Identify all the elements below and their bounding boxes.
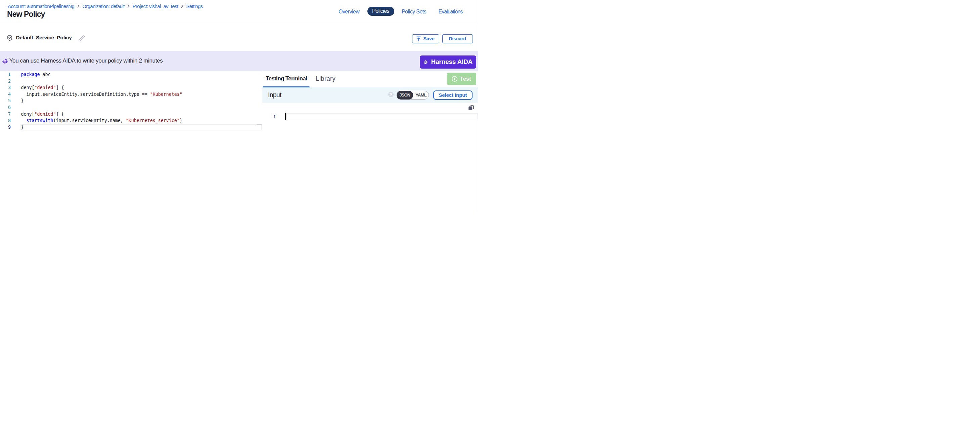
discard-label: Discard [449, 36, 466, 42]
tab-policies[interactable]: Policies [368, 7, 394, 16]
tab-overview[interactable]: Overview [339, 9, 360, 15]
line-number: 2 [0, 78, 11, 85]
policy-toolbar: Default_Service_Policy Save Discard [0, 24, 478, 51]
code-line-8: 8 startswith(input.serviceEntity.name, "… [0, 117, 262, 124]
upload-icon [417, 36, 421, 42]
tab-evaluations[interactable]: Evaluations [439, 9, 463, 15]
module-tabs: Overview Policies Policy Sets Evaluation… [0, 0, 478, 24]
line-number: 8 [0, 117, 11, 124]
aida-flower-icon [2, 58, 8, 66]
app-content: Account: automationPipelinesNg Organizat… [0, 0, 478, 212]
code-text: deny["denied"] { [21, 85, 64, 91]
shield-check-icon [7, 35, 12, 42]
line-number: 1 [0, 71, 11, 78]
banner-message: You can use Harness AIDA to write your p… [10, 58, 163, 64]
line-number: 4 [0, 91, 11, 98]
line-number: 7 [0, 111, 11, 118]
code-line-7: 7deny["denied"] { [0, 111, 262, 118]
line-number: 6 [0, 104, 11, 111]
edit-pencil-icon[interactable] [78, 35, 85, 43]
active-tab-underline [262, 86, 310, 88]
code-text: startswith(input.serviceEntity.name, "Ku… [21, 117, 182, 124]
line-number: 5 [0, 97, 11, 104]
code-text: package abc [21, 71, 51, 78]
policy-name: Default_Service_Policy [16, 34, 72, 42]
code-text: deny["denied"] { [21, 111, 64, 118]
harness-aida-button[interactable]: Harness AIDA [420, 56, 476, 69]
main-split: 1package abc23deny["denied"] {4 input.se… [0, 71, 478, 213]
code-line-1: 1package abc [0, 71, 262, 78]
text-cursor [285, 113, 286, 120]
code-text: } [21, 124, 24, 131]
code-line-2: 2 [0, 78, 262, 85]
aida-flower-icon [423, 59, 428, 65]
code-text: input.serviceEntity.serviceDefinition.ty… [21, 91, 182, 98]
aida-banner: You can use Harness AIDA to write your p… [0, 51, 478, 71]
tab-policy-sets[interactable]: Policy Sets [402, 9, 426, 15]
code-line-4: 4 input.serviceEntity.serviceDefinition.… [0, 91, 262, 98]
code-text: } [21, 97, 24, 104]
current-line-highlight [286, 113, 478, 120]
code-line-6: 6 [0, 104, 262, 111]
discard-button[interactable]: Discard [442, 34, 473, 44]
code-line-5: 5} [0, 97, 262, 104]
save-label: Save [423, 36, 434, 42]
page-header: Account: automationPipelinesNg Organizat… [0, 0, 478, 24]
policy-code-editor[interactable]: 1package abc23deny["denied"] {4 input.se… [0, 71, 262, 213]
save-button[interactable]: Save [412, 34, 439, 44]
code-line-9: 9} [0, 124, 262, 131]
code-line-3: 3deny["denied"] { [0, 85, 262, 91]
harness-aida-label: Harness AIDA [431, 58, 473, 66]
line-number: 9 [0, 124, 11, 131]
line-number: 1 [274, 113, 276, 120]
overview-ruler-cursor [257, 124, 262, 125]
line-number: 3 [0, 85, 11, 91]
input-editor[interactable]: 1 [262, 71, 478, 213]
